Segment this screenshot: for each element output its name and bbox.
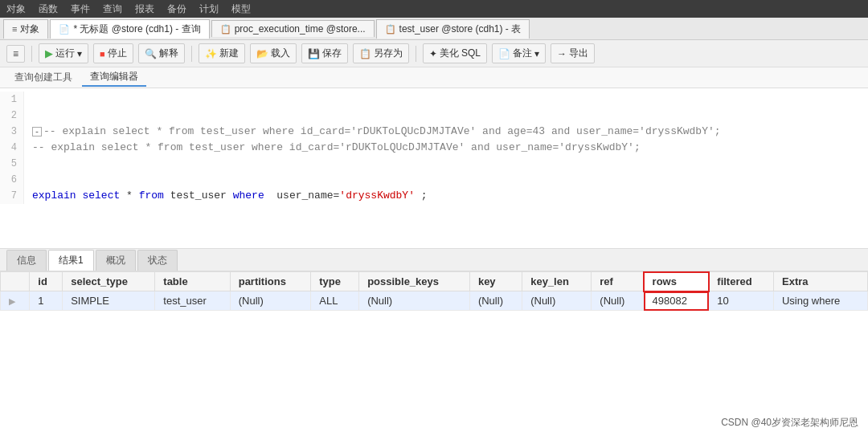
line-content-7: explain select * from test_user where us… <box>24 188 428 204</box>
col-header-table[interactable]: table <box>155 272 230 291</box>
cell-type: ALL <box>311 291 359 311</box>
explain-button[interactable]: 🔍 解释 <box>138 43 185 63</box>
row-marker: ▶ <box>1 291 30 311</box>
col-header-partitions[interactable]: partitions <box>230 272 311 291</box>
nav-report[interactable]: 报表 <box>135 2 154 16</box>
line-num-3: 3 <box>0 124 24 140</box>
run-button[interactable]: ▶ 运行 ▾ <box>39 43 88 63</box>
code-line-3: 3 --- explain select * from test_user wh… <box>0 124 868 140</box>
stop-label: 停止 <box>108 47 127 60</box>
code-line-4: 4 -- explain select * from test_user whe… <box>0 140 868 156</box>
result-tab-status[interactable]: 状态 <box>137 250 178 271</box>
col-header-ref[interactable]: ref <box>592 272 644 291</box>
result-tab-info[interactable]: 信息 <box>6 250 47 271</box>
col-header-type[interactable]: type <box>311 272 359 291</box>
line-num-6: 6 <box>0 172 24 188</box>
editor-area[interactable]: 1 2 3 --- explain select * from test_use… <box>0 88 868 249</box>
proc-icon: 📋 <box>220 24 231 35</box>
nav-functions[interactable]: 函数 <box>39 2 58 16</box>
subtab-builder-label: 查询创建工具 <box>14 71 72 83</box>
tab-objects[interactable]: ≡ 对象 <box>3 19 48 39</box>
export-label: 导出 <box>569 47 588 60</box>
run-label: 运行 <box>55 47 75 60</box>
cell-extra: Using where <box>773 291 867 311</box>
beautify-label: 美化 SQL <box>440 47 481 60</box>
col-header-marker <box>1 272 30 291</box>
nav-objects[interactable]: 对象 <box>6 2 26 16</box>
toolbar: ≡ ▶ 运行 ▾ ■ 停止 🔍 解释 ✨ 新建 📂 载入 💾 保存 📋 另存为 … <box>0 40 868 67</box>
query-icon: 📄 <box>59 24 70 35</box>
result-tab-overview[interactable]: 概况 <box>96 250 136 271</box>
new-label: 新建 <box>219 47 239 60</box>
col-header-filtered[interactable]: filtered <box>709 272 774 291</box>
line-num-5: 5 <box>0 156 24 172</box>
run-dropdown-icon: ▾ <box>77 48 82 59</box>
menu-button[interactable]: ≡ <box>6 45 25 63</box>
objects-icon: ≡ <box>12 24 17 34</box>
tab-bar: ≡ 对象 📄 * 无标题 @store (cdh1) - 查询 📋 proc_e… <box>0 18 868 40</box>
code-line-6: 6 <box>0 172 868 188</box>
col-header-key[interactable]: key <box>469 272 522 291</box>
results-area: 信息 结果1 概况 状态 id select_type table <box>0 249 868 436</box>
save-button[interactable]: 💾 保存 <box>301 43 348 63</box>
note-label: 备注 <box>513 47 532 60</box>
result-tab-results1[interactable]: 结果1 <box>48 250 94 271</box>
line-content-5 <box>24 156 32 172</box>
new-button[interactable]: ✨ 新建 <box>199 43 245 63</box>
note-button[interactable]: 📄 备注 ▾ <box>492 43 546 63</box>
col-header-key-len[interactable]: key_len <box>522 272 592 291</box>
cell-filtered: 10 <box>709 291 774 311</box>
cell-rows: 498082 <box>644 291 709 311</box>
beautify-button[interactable]: ✦ 美化 SQL <box>423 43 487 63</box>
explain-label: 解释 <box>159 47 178 60</box>
results-tabs: 信息 结果1 概况 状态 <box>0 249 868 271</box>
nav-schedule[interactable]: 计划 <box>199 2 219 16</box>
result-tab-info-label: 信息 <box>17 255 36 266</box>
table-icon: 📋 <box>385 24 396 35</box>
save-icon: 💾 <box>308 48 320 59</box>
saveas-button[interactable]: 📋 另存为 <box>353 43 409 63</box>
col-header-extra[interactable]: Extra <box>773 272 867 291</box>
saveas-icon: 📋 <box>359 48 371 59</box>
footer-watermark: CSDN @40岁资深老架构师尼恩 <box>721 416 858 430</box>
watermark-text: CSDN @40岁资深老架构师尼恩 <box>721 417 858 428</box>
tab-proc-label: proc_execution_time @store... <box>235 23 366 35</box>
top-nav: 对象 函数 事件 查询 报表 备份 计划 模型 <box>0 0 868 18</box>
col-header-rows[interactable]: rows <box>644 272 709 291</box>
col-header-possible-keys[interactable]: possible_keys <box>359 272 470 291</box>
code-line-2: 2 <box>0 108 868 124</box>
result-tab-status-label: 状态 <box>148 255 167 266</box>
save-label: 保存 <box>322 47 342 60</box>
cell-table: test_user <box>155 291 230 311</box>
table-row[interactable]: ▶ 1 SIMPLE test_user (Null) ALL (Null) (… <box>1 291 868 311</box>
menu-icon: ≡ <box>13 48 18 59</box>
nav-model[interactable]: 模型 <box>231 2 251 16</box>
subtab-editor-label: 查询编辑器 <box>90 71 138 82</box>
run-icon: ▶ <box>45 47 53 59</box>
load-button[interactable]: 📂 载入 <box>250 43 297 63</box>
sub-toolbar: 查询创建工具 查询编辑器 <box>0 67 868 88</box>
col-header-id[interactable]: id <box>30 272 63 291</box>
cell-ref: (Null) <box>592 291 644 311</box>
nav-events[interactable]: 事件 <box>71 2 90 16</box>
data-table-wrap: id select_type table partitions type pos… <box>0 271 868 436</box>
code-line-5: 5 <box>0 156 868 172</box>
nav-query[interactable]: 查询 <box>103 2 122 16</box>
col-header-select-type[interactable]: select_type <box>63 272 155 291</box>
tab-testuser-label: test_user @store (cdh1) - 表 <box>399 22 522 36</box>
fold-icon[interactable]: - <box>32 127 42 137</box>
nav-backup[interactable]: 备份 <box>167 2 186 16</box>
export-button[interactable]: → 导出 <box>551 43 595 63</box>
subtab-builder[interactable]: 查询创建工具 <box>6 69 80 86</box>
code-line-7: 7 explain select * from test_user where … <box>0 188 868 204</box>
stop-button[interactable]: ■ 停止 <box>93 43 133 63</box>
stop-icon: ■ <box>100 49 105 59</box>
subtab-editor[interactable]: 查询编辑器 <box>82 68 146 87</box>
cell-id: 1 <box>30 291 63 311</box>
table-body: ▶ 1 SIMPLE test_user (Null) ALL (Null) (… <box>1 291 868 311</box>
tab-untitled[interactable]: 📄 * 无标题 @store (cdh1) - 查询 <box>50 19 209 39</box>
explain-icon: 🔍 <box>145 48 157 59</box>
tab-testuser[interactable]: 📋 test_user @store (cdh1) - 表 <box>376 19 530 39</box>
result-tab-results1-label: 结果1 <box>59 255 84 266</box>
tab-proc[interactable]: 📋 proc_execution_time @store... <box>211 20 375 37</box>
